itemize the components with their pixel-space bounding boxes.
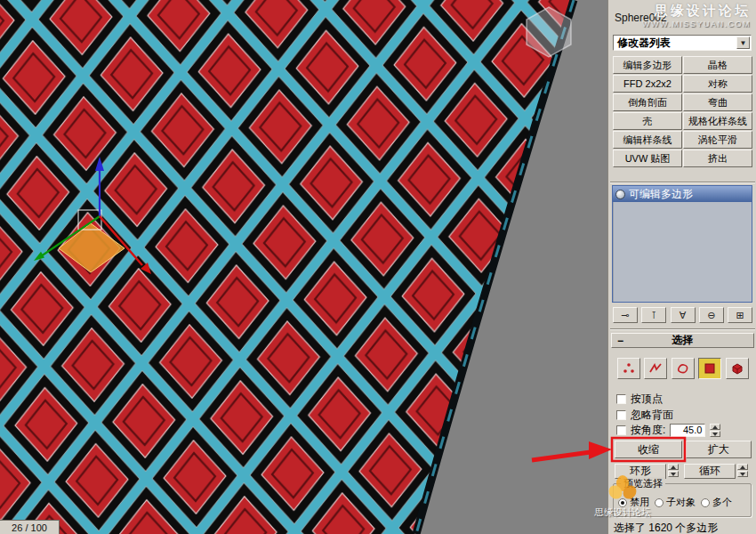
preview-selection-title: 预览选择 [621, 477, 665, 490]
modifier-list-label: 修改器列表 [617, 36, 671, 51]
border-subobject-button[interactable] [672, 358, 695, 379]
by-angle-row: 按角度: 45.0 [616, 423, 720, 438]
stack-item-label: 可编辑多边形 [629, 187, 693, 202]
command-panel: Sphere002 修改器列表 ▼ 编辑多边形 晶格 FFD 2x2x2 对称 … [607, 0, 756, 534]
modifier-button-edit-spline[interactable]: 编辑样条线 [613, 131, 682, 149]
modifier-button-turbosmooth[interactable]: 涡轮平滑 [683, 131, 752, 149]
modifier-button-normalize-spline[interactable]: 规格化样条线 [683, 112, 752, 130]
make-unique-icon: ∀ [680, 310, 687, 321]
modifier-button-ffd-2x2x2[interactable]: FFD 2x2x2 [613, 75, 682, 93]
radio-off-icon[interactable] [701, 498, 710, 507]
radio-on-icon[interactable] [618, 498, 627, 507]
configure-modifier-sets-button[interactable]: ⊞ [728, 307, 752, 323]
make-unique-button[interactable]: ∀ [671, 307, 696, 323]
ignore-backfacing-label: 忽略背面 [631, 408, 673, 423]
loop-button[interactable]: 循环 [684, 464, 736, 479]
frame-counter: 26 / 100 [0, 520, 60, 534]
show-end-result-icon: ⊺ [651, 310, 656, 321]
modifier-stack-list[interactable]: 可编辑多边形 [612, 185, 752, 303]
by-angle-label: 按角度: [631, 423, 665, 438]
element-icon [730, 362, 744, 375]
preview-subobj-label: 子对象 [666, 496, 696, 509]
preview-selection-group: 预览选择 禁用 子对象 多个 [613, 483, 752, 517]
remove-modifier-button[interactable]: ⊖ [699, 307, 724, 323]
pin-stack-button[interactable]: ⊸ [613, 307, 638, 323]
modifier-button-extrude[interactable]: 挤出 [683, 150, 752, 167]
vertex-subobject-button[interactable] [617, 358, 640, 379]
selection-status: 选择了 1620 个多边形 [614, 521, 718, 534]
remove-modifier-icon: ⊖ [707, 310, 715, 321]
preview-subobj-option[interactable]: 子对象 [655, 496, 696, 509]
chevron-down-icon[interactable]: ▼ [736, 36, 750, 49]
preview-disable-option[interactable]: 禁用 [618, 496, 649, 509]
angle-spinner[interactable] [710, 424, 720, 438]
by-vertex-row: 按顶点 [616, 392, 663, 407]
modifier-button-bevel-profile[interactable]: 倒角剖面 [613, 93, 682, 111]
modifier-button-uvw-map[interactable]: UVW 贴图 [613, 150, 682, 167]
preview-disable-label: 禁用 [630, 496, 649, 509]
edge-subobject-button[interactable] [644, 358, 667, 379]
configure-modifier-sets-icon: ⊞ [736, 310, 744, 321]
ignore-backfacing-checkbox[interactable] [616, 410, 626, 420]
stack-item-editable-poly[interactable]: 可编辑多边形 [613, 186, 752, 202]
viewport-canvas[interactable] [0, 0, 607, 534]
by-angle-checkbox[interactable] [616, 425, 626, 435]
modifier-button-edit-poly[interactable]: 编辑多边形 [613, 56, 682, 74]
grow-button[interactable]: 扩大 [686, 441, 752, 458]
collapse-icon[interactable]: − [617, 335, 623, 347]
ignore-backfacing-row: 忽略背面 [616, 408, 673, 423]
polygon-icon [703, 362, 717, 375]
separator [610, 328, 755, 330]
border-icon [676, 362, 690, 375]
object-name-field[interactable]: Sphere002 [615, 12, 721, 26]
viewport[interactable]: 26 / 100 [0, 0, 607, 534]
modifier-button-grid: 编辑多边形 晶格 FFD 2x2x2 对称 倒角剖面 弯曲 壳 规格化样条线 编… [613, 56, 752, 167]
selection-rollout-title: 选择 [672, 333, 694, 348]
show-end-result-button[interactable]: ⊺ [641, 307, 666, 323]
separator [610, 182, 755, 183]
pin-stack-icon: ⊸ [621, 310, 629, 321]
polygon-subobject-button[interactable] [698, 358, 721, 379]
selection-rollout-header[interactable]: − 选择 [611, 333, 754, 348]
stack-toolbar: ⊸ ⊺ ∀ ⊖ ⊞ [613, 307, 752, 323]
by-vertex-checkbox[interactable] [616, 394, 626, 404]
loop-spinner[interactable] [737, 464, 748, 478]
ring-spinner[interactable] [668, 464, 679, 478]
shrink-button[interactable]: 收缩 [615, 441, 682, 458]
subobject-mode-row [613, 357, 752, 380]
modifier-button-bend[interactable]: 弯曲 [683, 93, 752, 111]
element-subobject-button[interactable] [726, 358, 749, 379]
preview-multiple-option[interactable]: 多个 [701, 496, 732, 509]
vertex-icon [622, 362, 636, 375]
preview-multiple-label: 多个 [712, 496, 732, 509]
angle-input[interactable]: 45.0 [670, 424, 705, 437]
edge-icon [648, 362, 663, 375]
modifier-visibility-icon[interactable] [615, 190, 625, 199]
modifier-button-shell[interactable]: 壳 [613, 112, 682, 130]
modifier-button-symmetry[interactable]: 对称 [683, 75, 752, 93]
radio-off-icon[interactable] [655, 498, 664, 507]
modifier-button-lattice[interactable]: 晶格 [683, 56, 752, 74]
modifier-list-dropdown[interactable]: 修改器列表 ▼ [613, 35, 752, 51]
by-vertex-label: 按顶点 [631, 392, 663, 407]
